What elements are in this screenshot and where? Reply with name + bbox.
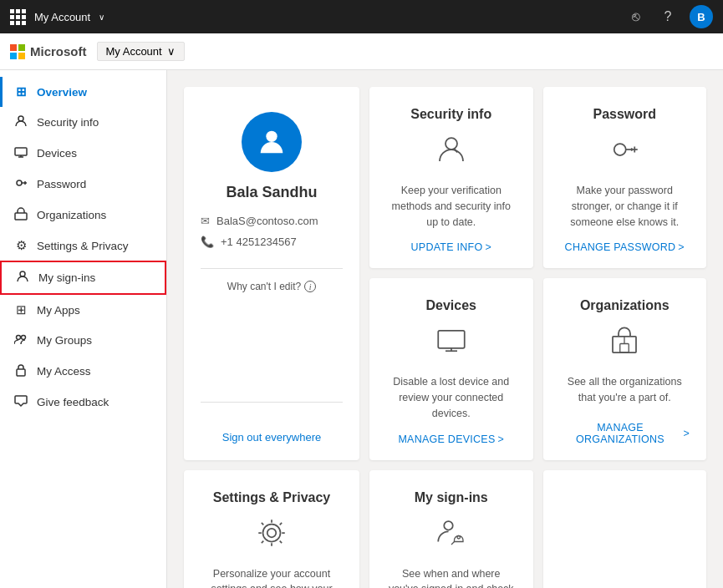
- my-sign-ins-card-icon: [434, 515, 469, 558]
- svg-point-13: [446, 138, 457, 150]
- profile-email: BalaS@contoso.com: [216, 215, 318, 227]
- my-sign-ins-card: My sign-ins See when and where you've si…: [369, 470, 533, 589]
- organizations-title: Organizations: [580, 298, 670, 313]
- security-info-card-icon: [434, 132, 469, 175]
- password-desc: Make your password stronger, or change i…: [560, 183, 690, 230]
- subheader: Microsoft My Account ∨: [0, 33, 723, 70]
- share-icon[interactable]: ⎋: [626, 9, 646, 24]
- settings-privacy-desc: Personalize your account settings and se…: [201, 566, 343, 589]
- manage-devices-link[interactable]: MANAGE DEVICES >: [398, 433, 504, 445]
- settings-icon: ⚙: [13, 238, 28, 253]
- user-avatar[interactable]: B: [690, 5, 713, 28]
- profile-card: Bala Sandhu ✉ BalaS@contoso.com 📞 +1 425…: [184, 87, 359, 460]
- main-layout: ⊞ Overview Security info Devices: [0, 70, 723, 588]
- organizations-icon: [13, 207, 28, 223]
- svg-point-0: [18, 116, 23, 121]
- profile-email-field: ✉ BalaS@contoso.com: [201, 215, 343, 227]
- organizations-card-icon: [607, 323, 642, 366]
- empty-card: [543, 470, 707, 589]
- sidebar-item-my-access[interactable]: My Access: [0, 356, 166, 387]
- devices-card: Devices Disable a lost device and review…: [369, 278, 533, 459]
- profile-divider: [201, 268, 343, 269]
- sidebar-item-password[interactable]: Password: [0, 169, 166, 200]
- svg-point-10: [22, 336, 26, 340]
- avatar-icon: [255, 125, 288, 159]
- sidebar-item-devices[interactable]: Devices: [0, 138, 166, 169]
- my-sign-ins-title: My sign-ins: [415, 490, 488, 505]
- password-title: Password: [593, 107, 656, 122]
- why-cant-edit[interactable]: Why can't I edit? i: [227, 281, 316, 292]
- topbar-left: My Account ∨: [10, 9, 104, 25]
- svg-point-26: [444, 521, 453, 530]
- svg-point-25: [263, 524, 281, 541]
- sidebar-item-overview[interactable]: ⊞ Overview: [0, 77, 166, 107]
- devices-title: Devices: [426, 298, 477, 313]
- my-sign-ins-desc: See when and where you've signed in and …: [386, 566, 517, 589]
- change-password-link[interactable]: CHANGE PASSWORD >: [565, 241, 685, 253]
- overview-icon: ⊞: [13, 84, 28, 99]
- organizations-card: Organizations See all the organizations …: [543, 278, 707, 459]
- topbar-title: My Account: [34, 11, 90, 23]
- svg-point-24: [267, 528, 277, 537]
- svg-point-4: [17, 180, 22, 185]
- settings-privacy-card: Settings & Privacy Personalize your acco…: [184, 470, 359, 589]
- topbar-caret[interactable]: ∨: [99, 13, 104, 22]
- topbar-right: ⎋ ? B: [626, 5, 713, 28]
- settings-card-icon: [254, 515, 289, 558]
- feedback-icon: [13, 394, 28, 410]
- profile-avatar: [242, 112, 302, 172]
- profile-phone-field: 📞 +1 4251234567: [201, 236, 343, 248]
- my-groups-icon: [13, 332, 28, 348]
- svg-rect-1: [15, 148, 27, 155]
- sign-ins-icon: [15, 270, 30, 286]
- profile-divider-2: [201, 402, 343, 403]
- devices-icon: [13, 145, 28, 161]
- sidebar-item-security-info[interactable]: Security info: [0, 107, 166, 138]
- sidebar-item-my-apps[interactable]: ⊞ My Apps: [0, 295, 166, 325]
- svg-point-9: [17, 336, 21, 340]
- account-badge[interactable]: My Account ∨: [97, 42, 185, 61]
- svg-rect-11: [17, 369, 25, 376]
- security-info-desc: Keep your verification methods and secur…: [386, 183, 517, 230]
- update-info-link[interactable]: UPDATE INFO >: [411, 241, 491, 253]
- password-icon: [13, 176, 28, 192]
- security-info-icon: [13, 114, 28, 130]
- password-card-icon: [607, 132, 642, 175]
- devices-desc: Disable a lost device and review your co…: [386, 374, 517, 421]
- svg-rect-7: [15, 213, 27, 220]
- sidebar-item-settings-privacy[interactable]: ⚙ Settings & Privacy: [0, 231, 166, 261]
- sidebar-item-my-sign-ins[interactable]: My sign-ins: [0, 261, 166, 295]
- signout-everywhere-link[interactable]: Sign out everywhere: [222, 414, 322, 444]
- info-icon: i: [304, 281, 316, 292]
- manage-organizations-link[interactable]: MANAGE ORGANIZATIONS >: [560, 422, 690, 445]
- main-content: Bala Sandhu ✉ BalaS@contoso.com 📞 +1 425…: [167, 70, 723, 588]
- my-apps-icon: ⊞: [13, 302, 28, 317]
- settings-privacy-title: Settings & Privacy: [213, 490, 331, 505]
- phone-icon: 📞: [201, 236, 214, 248]
- svg-rect-18: [438, 331, 465, 348]
- svg-point-12: [266, 131, 277, 142]
- svg-rect-22: [620, 344, 629, 353]
- svg-point-14: [614, 144, 626, 155]
- waffle-icon[interactable]: [10, 9, 26, 25]
- brand-name: Microsoft: [30, 44, 87, 58]
- devices-card-icon: [434, 323, 469, 366]
- password-card: Password Make your password stronger, or…: [543, 87, 707, 268]
- profile-name: Bala Sandhu: [226, 184, 317, 201]
- svg-point-8: [20, 271, 25, 276]
- profile-info: ✉ BalaS@contoso.com 📞 +1 4251234567: [201, 215, 343, 256]
- sidebar: ⊞ Overview Security info Devices: [0, 70, 167, 588]
- profile-phone: +1 4251234567: [221, 236, 297, 248]
- email-icon: ✉: [201, 215, 210, 227]
- ms-squares-icon: [10, 44, 25, 59]
- sidebar-item-organizations[interactable]: Organizations: [0, 200, 166, 231]
- security-info-card: Security info Keep your verification met…: [369, 87, 533, 268]
- microsoft-logo: Microsoft: [10, 44, 87, 59]
- organizations-desc: See all the organizations that you're a …: [560, 374, 690, 409]
- security-info-title: Security info: [410, 107, 491, 122]
- my-access-icon: [13, 363, 28, 379]
- sidebar-item-give-feedback[interactable]: Give feedback: [0, 387, 166, 418]
- card-grid: Bala Sandhu ✉ BalaS@contoso.com 📞 +1 425…: [184, 87, 706, 588]
- help-icon[interactable]: ?: [658, 9, 678, 24]
- sidebar-item-my-groups[interactable]: My Groups: [0, 325, 166, 356]
